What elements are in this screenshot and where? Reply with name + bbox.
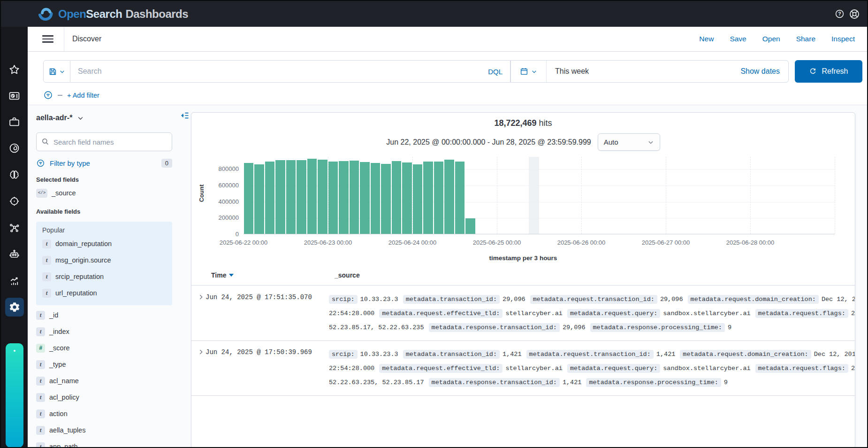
- field-item-_id[interactable]: t_id: [36, 309, 172, 322]
- histogram-bar[interactable]: [350, 161, 359, 234]
- chevron-down-icon: [59, 69, 65, 75]
- filter-circle-icon[interactable]: [43, 90, 53, 100]
- field-name: _id: [49, 311, 58, 319]
- histogram-bar[interactable]: [254, 164, 264, 234]
- y-tick-label: 400000: [203, 198, 239, 205]
- menu-open-button[interactable]: Open: [762, 35, 780, 43]
- histogram-bar[interactable]: [339, 161, 349, 234]
- menu-hamburger-icon[interactable]: [42, 34, 53, 44]
- source-field-badge: metadata.transaction_id:: [403, 295, 500, 304]
- crosshair-icon[interactable]: [5, 192, 24, 210]
- help-icon[interactable]: ?: [833, 8, 845, 20]
- menu-new-button[interactable]: New: [699, 35, 714, 43]
- expand-row-chevron-icon[interactable]: [191, 293, 206, 335]
- source-column-header: _source: [335, 271, 360, 279]
- opensearch-logo[interactable]: OpenSearchDashboards: [38, 6, 188, 22]
- histogram-bar[interactable]: [360, 162, 370, 234]
- source-field-value: sandbox.stellarcyber.ai: [660, 365, 755, 372]
- histogram-bar[interactable]: [455, 162, 465, 234]
- saved-query-button[interactable]: [43, 60, 70, 83]
- histogram-bar[interactable]: [275, 160, 285, 234]
- histogram-bar[interactable]: [318, 160, 327, 234]
- string-type-icon: t: [42, 256, 51, 265]
- histogram-plot-area: [244, 157, 835, 234]
- histogram-bar[interactable]: [297, 160, 306, 234]
- date-picker: This week Show dates: [510, 60, 789, 83]
- account-lifering-icon[interactable]: [848, 8, 860, 20]
- string-type-icon: t: [42, 239, 51, 248]
- field-item-domain_reputation[interactable]: tdomain_reputation: [42, 237, 166, 250]
- field-item-acl_name[interactable]: tacl_name: [36, 374, 172, 387]
- time-range-value[interactable]: This week: [547, 67, 589, 76]
- gear-icon[interactable]: [5, 298, 24, 317]
- time-column-header[interactable]: Time: [211, 271, 234, 279]
- string-type-icon: t: [36, 311, 45, 320]
- field-item-acl_policy[interactable]: tacl_policy: [36, 391, 172, 404]
- time-range-label: Jun 22, 2025 @ 00:00:00.000 - Jun 28, 20…: [386, 138, 591, 147]
- histogram-bar[interactable]: [434, 162, 444, 234]
- collapse-sidebar-icon[interactable]: [180, 111, 190, 120]
- field-item-_score[interactable]: #_score: [36, 341, 172, 355]
- add-filter-button[interactable]: + Add filter: [67, 92, 99, 99]
- histogram-bar[interactable]: [444, 160, 454, 234]
- app-header: Discover NewSaveOpenShareInspect: [28, 27, 868, 52]
- field-name: action: [49, 410, 68, 417]
- source-field-value: 10.33.23.3: [358, 296, 403, 303]
- menu-share-button[interactable]: Share: [796, 35, 815, 43]
- histogram-bar[interactable]: [402, 162, 412, 234]
- show-dates-button[interactable]: Show dates: [740, 67, 788, 76]
- radar-spiral-icon[interactable]: [5, 139, 24, 157]
- string-type-icon: t: [42, 289, 51, 298]
- index-pattern-name: aella-adr-*: [36, 114, 72, 122]
- histogram-bar[interactable]: [371, 163, 381, 234]
- briefcase-icon[interactable]: [5, 112, 24, 131]
- expand-row-chevron-icon[interactable]: [191, 348, 206, 390]
- index-pattern-selector[interactable]: aella-adr-*: [36, 114, 172, 122]
- source-field-badge: metadata.request.effective_tld:: [379, 364, 503, 373]
- chart-trend-icon[interactable]: [5, 271, 24, 290]
- histogram-bar[interactable]: [381, 164, 391, 234]
- field-item-msg_origin.source[interactable]: tmsg_origin.source: [42, 254, 166, 267]
- menu-inspect-button[interactable]: Inspect: [831, 35, 855, 43]
- histogram-bar[interactable]: [423, 162, 433, 234]
- field-search-input[interactable]: [36, 132, 172, 151]
- x-tick-label: 2025-06-23 00:00: [295, 239, 361, 246]
- brain-icon[interactable]: [5, 165, 24, 184]
- histogram-bar[interactable]: [392, 161, 402, 234]
- field-name: _index: [49, 328, 69, 335]
- x-axis-label: timestamp per 3 hours: [191, 255, 855, 262]
- menu-save-button[interactable]: Save: [730, 35, 746, 43]
- field-item-_type[interactable]: t_type: [36, 358, 172, 371]
- field-item-source[interactable]: </> _source: [36, 186, 172, 200]
- source-field-value: 256: [848, 310, 855, 317]
- search-input[interactable]: [70, 67, 488, 76]
- interval-select[interactable]: Auto: [598, 133, 660, 151]
- source-field-value: stellarcyber.ai: [503, 310, 567, 317]
- brand-pill[interactable]: [6, 343, 23, 448]
- filter-by-type-button[interactable]: Filter by type 0: [36, 159, 172, 168]
- network-graph-icon[interactable]: [5, 218, 24, 237]
- refresh-button[interactable]: Refresh: [795, 60, 862, 83]
- hits-count: 18,722,469 hits: [191, 118, 855, 128]
- field-item-url_reputation[interactable]: turl_reputation: [42, 286, 166, 300]
- histogram-bar[interactable]: [413, 164, 423, 234]
- chevron-down-icon: [647, 139, 654, 146]
- histogram-bar[interactable]: [328, 162, 338, 234]
- histogram-bar[interactable]: [265, 162, 275, 234]
- x-tick-label: 2025-06-22 00:00: [211, 239, 276, 246]
- field-item-app_path[interactable]: tapp_path: [36, 440, 172, 448]
- field-item-aella_tuples[interactable]: taella_tuples: [36, 424, 172, 437]
- histogram-bar[interactable]: [244, 163, 254, 234]
- star-icon[interactable]: [5, 60, 24, 79]
- histogram-bar[interactable]: [465, 218, 475, 234]
- histogram-bar[interactable]: [307, 159, 317, 234]
- field-item-action[interactable]: taction: [36, 407, 172, 420]
- histogram-bar[interactable]: [286, 160, 296, 234]
- robot-icon[interactable]: [5, 245, 24, 263]
- monitor-chart-icon[interactable]: [5, 86, 24, 105]
- field-item-_index[interactable]: t_index: [36, 325, 172, 338]
- calendar-button[interactable]: [511, 61, 547, 82]
- field-name: srcip_reputation: [55, 273, 104, 280]
- dql-language-button[interactable]: DQL: [488, 68, 510, 76]
- field-item-srcip_reputation[interactable]: tsrcip_reputation: [42, 270, 166, 283]
